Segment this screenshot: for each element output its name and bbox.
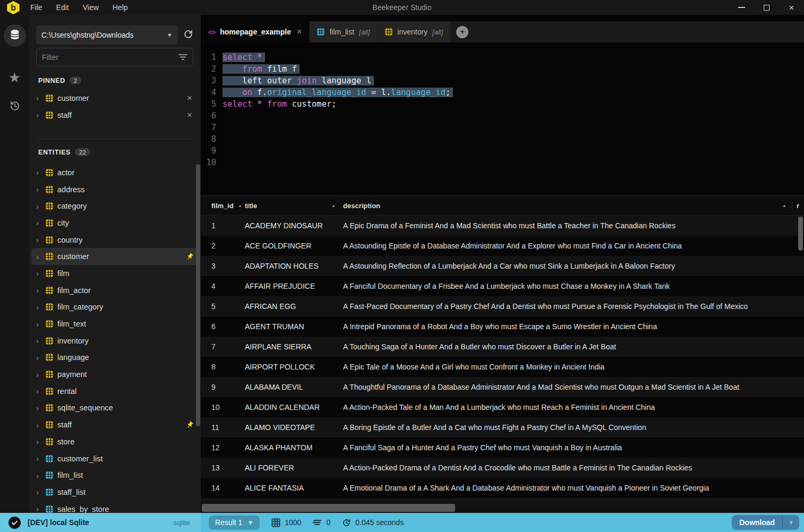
- table-icon: [46, 236, 53, 244]
- chevron-right-icon[interactable]: ›: [36, 404, 41, 412]
- sidebar-item-rental[interactable]: ›rental: [31, 383, 199, 400]
- minimize-button[interactable]: [729, 0, 754, 15]
- database-nav-button[interactable]: [4, 24, 26, 47]
- close-tab-icon[interactable]: ×: [296, 27, 302, 37]
- refresh-button[interactable]: [183, 29, 193, 41]
- pinned-item-staff[interactable]: ›staff×: [31, 107, 199, 124]
- table-row[interactable]: 8AIRPORT POLLOCKA Epic Tale of a Moose A…: [201, 357, 804, 377]
- close-button[interactable]: ×: [779, 0, 804, 15]
- sidebar-item-film_list[interactable]: ›film_list: [31, 467, 199, 484]
- new-tab-button[interactable]: +: [456, 26, 468, 38]
- table-row[interactable]: 13ALI FOREVERA Action-Packed Drama of a …: [201, 458, 804, 478]
- download-button[interactable]: Download ▼: [732, 515, 799, 530]
- table-row[interactable]: 5AFRICAN EGGA Fast-Paced Documentary of …: [201, 296, 804, 316]
- chevron-right-icon[interactable]: ›: [36, 454, 41, 462]
- column-header-title[interactable]: title▲: [245, 202, 343, 210]
- tab-inventory[interactable]: inventory[all]: [378, 21, 451, 42]
- chevron-right-icon[interactable]: ›: [36, 421, 41, 429]
- sidebar-item-film_actor[interactable]: ›film_actor: [31, 282, 199, 299]
- chevron-right-icon[interactable]: ›: [36, 437, 41, 445]
- sidebar-item-customer[interactable]: ›customer: [31, 248, 199, 265]
- chevron-right-icon[interactable]: ›: [36, 471, 41, 479]
- sort-icon: ▲: [331, 203, 336, 208]
- download-options-caret[interactable]: ▼: [782, 515, 799, 530]
- chevron-right-icon[interactable]: ›: [36, 387, 41, 395]
- result-tab-selector[interactable]: Result 1 ▼: [209, 516, 260, 530]
- table-row[interactable]: 2ACE GOLDFINGERA Astounding Epistle of a…: [201, 236, 804, 256]
- column-header-film-id[interactable]: film_id▲: [201, 202, 245, 210]
- chevron-right-icon[interactable]: ›: [36, 253, 41, 261]
- unpin-icon[interactable]: ×: [185, 110, 194, 119]
- sidebar-item-country[interactable]: ›country: [31, 231, 199, 248]
- table-row[interactable]: 9ALABAMA DEVILA Thoughtful Panorama of a…: [201, 377, 804, 397]
- table-row[interactable]: 4AFFAIR PREJUDICEA Fanciful Documentary …: [201, 276, 804, 296]
- table-row[interactable]: 7AIRPLANE SIERRAA Touching Saga of a Hun…: [201, 337, 804, 357]
- chevron-right-icon[interactable]: ›: [36, 94, 41, 102]
- chevron-right-icon[interactable]: ›: [36, 286, 41, 294]
- chevron-right-icon[interactable]: ›: [36, 185, 41, 193]
- table-row[interactable]: 6AGENT TRUMANA Intrepid Panorama of a Ro…: [201, 316, 804, 337]
- favorites-nav-button[interactable]: ★: [8, 70, 21, 86]
- table-row[interactable]: 3ADAPTATION HOLESA Astounding Reflection…: [201, 256, 804, 276]
- unpin-icon[interactable]: ×: [185, 93, 194, 102]
- connection-row: C:\Users\ghstng\Downloads ▼: [36, 25, 193, 45]
- sidebar-item-category[interactable]: ›category: [31, 198, 199, 214]
- history-nav-button[interactable]: [8, 100, 21, 114]
- sidebar-item-sqlite_sequence[interactable]: ›sqlite_sequence: [31, 400, 199, 417]
- chevron-right-icon[interactable]: ›: [36, 236, 41, 244]
- sidebar-item-store[interactable]: ›store: [31, 433, 199, 450]
- connection-select[interactable]: C:\Users\ghstng\Downloads ▼: [36, 25, 178, 45]
- sidebar-item-address[interactable]: ›address: [31, 181, 199, 198]
- chevron-right-icon[interactable]: ›: [36, 303, 41, 311]
- sidebar-item-film_text[interactable]: ›film_text: [31, 315, 199, 332]
- cell-title: ALI FOREVER: [245, 464, 343, 472]
- tab-homepage_example[interactable]: <>homepage_example×: [201, 21, 310, 42]
- download-button-label[interactable]: Download: [732, 518, 782, 527]
- menu-view[interactable]: View: [83, 3, 99, 12]
- maximize-button[interactable]: [754, 0, 779, 15]
- chevron-right-icon[interactable]: ›: [36, 269, 41, 277]
- table-row[interactable]: 14ALICE FANTASIAA Emotional Drama of a A…: [201, 478, 804, 498]
- menu-file[interactable]: File: [30, 3, 42, 12]
- menu-edit[interactable]: Edit: [56, 3, 69, 12]
- chevron-right-icon[interactable]: ›: [36, 505, 41, 513]
- table-row[interactable]: 12ALASKA PHANTOMA Fanciful Saga of a Hun…: [201, 437, 804, 458]
- sidebar-item-sales_by_store[interactable]: ›sales_by_store: [31, 501, 199, 513]
- chevron-right-icon[interactable]: ›: [36, 488, 41, 496]
- sidebar-item-film_category[interactable]: ›film_category: [31, 299, 199, 316]
- sidebar-item-staff[interactable]: ›staff: [31, 416, 199, 433]
- vertical-scrollbar[interactable]: [798, 217, 803, 251]
- tab-film_list[interactable]: film_list[all]: [310, 21, 378, 42]
- sidebar-item-customer_list[interactable]: ›customer_list: [31, 450, 199, 467]
- chevron-right-icon[interactable]: ›: [36, 337, 41, 345]
- sidebar-item-staff_list[interactable]: ›staff_list: [31, 484, 199, 501]
- sidebar-item-city[interactable]: ›city: [31, 214, 199, 231]
- pinned-item-customer[interactable]: ›customer×: [31, 90, 199, 107]
- sidebar-scrollbar[interactable]: [196, 164, 200, 426]
- chevron-right-icon[interactable]: ›: [36, 168, 41, 176]
- sidebar-item-language[interactable]: ›language: [31, 349, 199, 366]
- chevron-right-icon[interactable]: ›: [36, 219, 41, 227]
- connection-status[interactable]: [DEV] local Sqlite sqlite: [0, 513, 201, 532]
- sidebar-item-inventory[interactable]: ›inventory: [31, 332, 199, 349]
- chevron-right-icon[interactable]: ›: [36, 202, 41, 210]
- sql-editor[interactable]: 12345678910 select * from film f left ou…: [201, 42, 804, 195]
- column-header-description[interactable]: description▲: [343, 202, 792, 210]
- chevron-right-icon[interactable]: ›: [36, 371, 41, 379]
- table-row[interactable]: 1ACADEMY DINOSAURA Epic Drama of a Femin…: [201, 216, 804, 236]
- results-table[interactable]: 1ACADEMY DINOSAURA Epic Drama of a Femin…: [201, 216, 804, 513]
- chevron-right-icon[interactable]: ›: [36, 111, 41, 119]
- entity-list: ›actor›address›category›city›country›cus…: [31, 164, 199, 513]
- filter-input[interactable]: [42, 53, 178, 62]
- chevron-right-icon[interactable]: ›: [36, 320, 41, 328]
- table-row[interactable]: 10ALADDIN CALENDARA Action-Packed Tale o…: [201, 397, 804, 417]
- horizontal-scrollbar-thumb[interactable]: [202, 504, 455, 512]
- sidebar-item-actor[interactable]: ›actor: [31, 164, 199, 181]
- sidebar-item-payment[interactable]: ›payment: [31, 366, 199, 383]
- table-row[interactable]: 11ALAMO VIDEOTAPEA Boring Epistle of a B…: [201, 417, 804, 437]
- column-header-partial[interactable]: r: [792, 202, 804, 210]
- menu-help[interactable]: Help: [113, 3, 128, 12]
- cell-film-id: 6: [201, 322, 245, 331]
- sidebar-item-film[interactable]: ›film: [31, 265, 199, 282]
- chevron-right-icon[interactable]: ›: [36, 354, 41, 362]
